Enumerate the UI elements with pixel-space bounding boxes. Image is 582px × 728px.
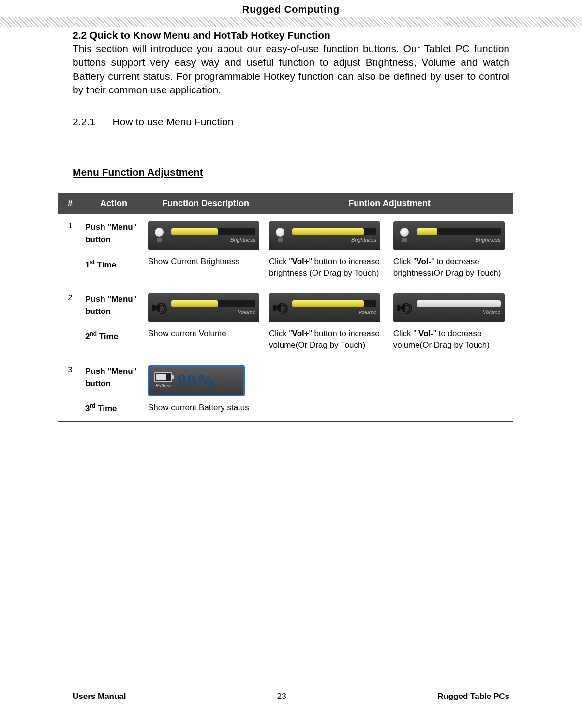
col-header-func: Function Description <box>145 193 266 214</box>
adj-desc: Click "Vol+" button to increase volume(O… <box>269 328 388 351</box>
main-content: 2.2 Quick to Know Menu and HotTab Hotkey… <box>0 30 582 422</box>
row-num: 2 <box>58 286 82 358</box>
footer-right: Rugged Table PCs <box>437 692 509 701</box>
action-time-sup: rd <box>90 402 95 409</box>
subsection-heading: 2.2.1 How to use Menu Function <box>73 116 509 128</box>
row-adj2 <box>390 358 513 422</box>
row-adj1: Volume Click "Vol+" button to increase v… <box>266 286 390 358</box>
table-title: Menu Function Adjustment <box>73 166 509 178</box>
brightness-osd: Brightness <box>393 221 505 250</box>
table-row: 2 Push "Menu" button 2nd Time Volume Sho… <box>58 286 513 358</box>
brightness-osd: Brightness <box>269 221 380 250</box>
footer-page: 23 <box>277 692 286 701</box>
speaker-icon <box>397 301 412 314</box>
battery-percentage: 99% <box>178 371 215 391</box>
action-text: Push "Menu" button <box>85 295 137 316</box>
func-desc: Show Current Brightness <box>148 256 263 267</box>
action-time-suffix: Time <box>97 332 118 341</box>
row-action: Push "Menu" button 2nd Time <box>82 286 145 358</box>
table-row: 1 Push "Menu" button 1st Time Brightness… <box>58 214 513 286</box>
document-header-title: Rugged Computing <box>0 0 582 15</box>
action-time-sup: nd <box>90 330 97 337</box>
row-action: Push "Menu" button 3rd Time <box>82 358 145 422</box>
func-desc: Show current Battery status <box>148 402 263 414</box>
section-intro: This section will introduce you about ou… <box>73 42 509 97</box>
speaker-icon <box>273 301 287 314</box>
adj-desc: Click " Vol-" to decrease volume(Or Drag… <box>393 328 510 351</box>
osd-label: Volume <box>292 309 376 315</box>
osd-label: Brightness <box>171 237 255 243</box>
osd-label: Volume <box>417 309 501 315</box>
row-func: Volume Show current Volume <box>145 286 266 358</box>
brightness-osd: Brightness <box>148 221 259 250</box>
action-text: Push "Menu" button <box>85 367 137 388</box>
osd-label: Brightness <box>292 237 376 243</box>
osd-label: Brightness <box>417 237 501 243</box>
row-action: Push "Menu" button 1st Time <box>82 214 145 286</box>
func-desc: Show current Volume <box>148 328 263 340</box>
row-adj2: Brightness Click "Vol-" to decrease brig… <box>390 214 513 286</box>
battery-icon <box>154 372 172 382</box>
battery-label: Battery <box>155 383 171 388</box>
footer-left: Users Manual <box>73 692 126 701</box>
decorative-divider <box>0 17 582 27</box>
bulb-icon <box>273 226 287 245</box>
subsection-number: 2.2.1 <box>73 116 95 128</box>
row-adj1: Brightness Click "Vol+" button to increa… <box>266 214 390 286</box>
volume-osd: Volume <box>393 293 505 322</box>
action-time-suffix: Time <box>95 260 116 269</box>
bulb-icon <box>397 226 412 245</box>
row-adj2: Volume Click " Vol-" to decrease volume(… <box>390 286 513 358</box>
col-header-action: Action <box>82 193 145 214</box>
row-num: 3 <box>58 358 82 422</box>
row-func: Battery 99% Show current Battery status <box>145 358 266 422</box>
battery-osd: Battery 99% <box>148 365 245 396</box>
subsection-title: How to use Menu Function <box>113 116 234 127</box>
volume-osd: Volume <box>269 293 380 322</box>
document-footer: Users Manual 23 Rugged Table PCs <box>73 692 509 701</box>
bulb-icon <box>152 226 166 245</box>
adj-desc: Click "Vol+" button to increase brightne… <box>269 256 388 279</box>
section-title: 2.2 Quick to Know Menu and HotTab Hotkey… <box>73 30 509 41</box>
action-time-sup: st <box>90 259 95 266</box>
col-header-num: # <box>58 193 82 214</box>
action-time-suffix: Time <box>95 404 117 413</box>
col-header-adj: Funtion Adjustment <box>266 193 513 214</box>
osd-label: Volume <box>171 309 255 315</box>
row-num: 1 <box>58 214 82 286</box>
menu-function-table: # Action Function Description Funtion Ad… <box>58 193 513 422</box>
row-func: Brightness Show Current Brightness <box>145 214 266 286</box>
volume-osd: Volume <box>148 293 259 322</box>
speaker-icon <box>152 301 166 314</box>
row-adj1 <box>266 358 390 422</box>
action-text: Push "Menu" button <box>85 223 137 244</box>
table-header-row: # Action Function Description Funtion Ad… <box>58 193 513 214</box>
adj-desc: Click "Vol-" to decrease brightness(Or D… <box>393 256 510 279</box>
table-row: 3 Push "Menu" button 3rd Time Battery 99… <box>58 358 513 422</box>
